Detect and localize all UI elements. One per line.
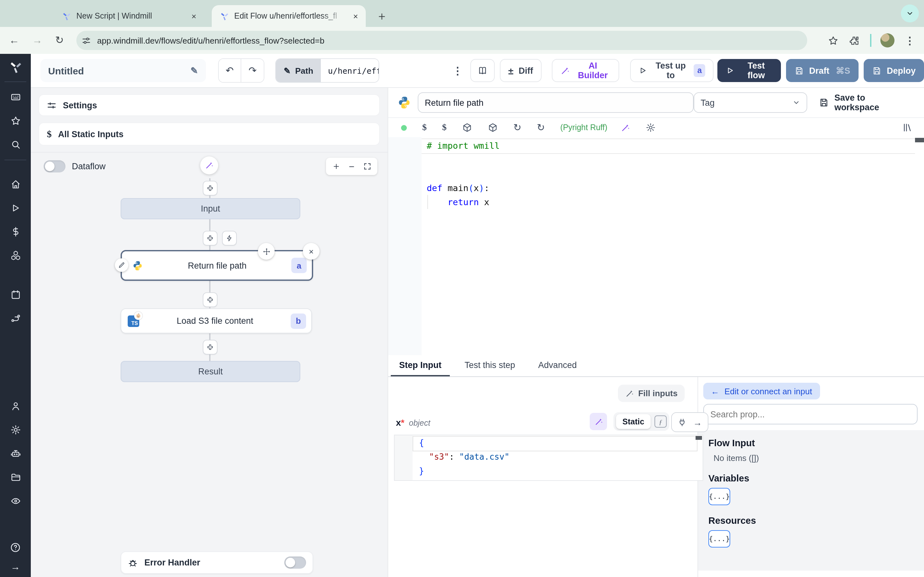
bookmark-star-icon[interactable] [828,35,838,46]
sidebar-item-favorites[interactable] [0,109,31,133]
sidebar-item-variables[interactable] [0,220,31,243]
step-node-a[interactable]: Return file path a × [121,250,313,281]
tag-select[interactable]: Tag [694,92,808,113]
sidebar-item-routes[interactable] [0,306,31,330]
package-icon[interactable] [462,122,472,133]
docs-button[interactable] [471,59,495,82]
edit-pencil-icon[interactable]: ✎ [191,65,198,76]
ai-flow-wand-button[interactable] [200,156,218,174]
flow-input-title: Flow Input [708,438,914,448]
json-editor-gutter [395,435,413,480]
resources-expand-button[interactable]: {...} [708,530,730,548]
tab-advanced[interactable]: Advanced [530,355,585,376]
sidebar-item-folders[interactable] [0,466,31,489]
back-icon[interactable]: ← [9,35,19,45]
step-name-input[interactable] [418,92,694,113]
settings-button[interactable]: Settings [39,94,380,116]
zoom-in-button[interactable]: ＋ [328,160,344,172]
path-button[interactable]: ✎ Path [276,59,321,82]
ai-fill-wand-button[interactable] [590,413,607,430]
fit-view-button[interactable] [359,162,375,171]
tab-close-icon[interactable]: × [352,11,359,21]
ai-builder-button[interactable]: AI Builder [551,59,619,82]
error-handler-toggle[interactable] [284,556,306,569]
connect-input-group[interactable]: → [671,412,708,432]
editor-scrollbar-thumb[interactable] [915,138,924,142]
reload-icon[interactable]: ↻ [513,122,521,133]
site-settings-icon[interactable] [82,35,91,45]
sidebar-item-audit-logs[interactable] [0,489,31,513]
move-step-handle[interactable] [258,243,275,259]
delete-step-button[interactable]: × [303,243,320,259]
tab-close-icon[interactable]: × [190,11,198,21]
variables-icon[interactable]: $ [422,122,427,133]
code-editor[interactable]: # import wmill def main(x): return x [388,137,924,355]
zoom-out-button[interactable]: − [344,161,359,172]
fill-inputs-button[interactable]: Fill inputs [618,385,685,402]
static-mode-button[interactable]: Static [616,414,651,429]
sidebar-item-users[interactable] [0,394,31,418]
edit-step-pencil-icon[interactable] [115,258,128,272]
javascript-expr-button[interactable]: ƒ [654,416,667,428]
result-node[interactable]: Result [121,361,300,382]
tab-test-this-step[interactable]: Test this step [456,355,523,376]
diff-button[interactable]: ± Diff [500,59,541,82]
library-panel-icon[interactable] [902,122,913,133]
deploy-button[interactable]: Deploy [864,59,924,82]
json-input-editor[interactable]: { "s3": "data.csv" } [394,435,703,481]
extensions-icon[interactable] [849,35,860,46]
tab-search-chevron-button[interactable] [901,5,919,23]
forward-icon[interactable]: → [32,35,42,45]
editor-settings-gear-icon[interactable] [645,122,656,133]
sidebar-item-workers[interactable] [0,442,31,466]
search-prop-input[interactable] [703,404,918,424]
add-step-button[interactable] [203,340,218,355]
sidebar-item-schedules[interactable] [0,283,31,306]
resources-icon[interactable]: $ [442,122,447,133]
add-step-button[interactable] [203,181,218,195]
json-scrollbar-thumb[interactable] [696,436,702,440]
reload-icon[interactable]: ↻ [537,122,545,133]
add-step-button[interactable] [203,292,218,307]
error-handler-card[interactable]: Error Handler [121,551,313,574]
expand-sidebar-icon[interactable]: → [0,559,31,573]
test-up-to-button[interactable]: Test up to a [630,59,714,82]
sidebar-item-search[interactable] [0,133,31,156]
sidebar-item-settings[interactable] [0,418,31,442]
browser-tab-edit-flow[interactable]: Edit Flow u/henri/effortless_fl × [212,5,366,27]
ai-wand-icon[interactable] [620,123,630,132]
more-options-icon[interactable]: ⋮ [453,64,463,77]
plug-icon [678,418,687,427]
edit-or-connect-button[interactable]: ← Edit or connect an input [703,383,820,400]
save-to-workspace-label: Save to workspace [835,93,909,112]
dataflow-toggle[interactable] [44,160,65,172]
input-node[interactable]: Input [121,198,300,219]
add-trigger-button[interactable] [222,231,237,245]
browser-tab-new-script[interactable]: New Script | Windmill × [54,5,204,27]
sidebar-item-apps[interactable] [0,85,31,109]
sidebar-item-runs[interactable] [0,196,31,220]
save-to-workspace-button[interactable]: Save to workspace [819,93,909,112]
profile-avatar[interactable] [880,33,895,47]
address-bar[interactable]: app.windmill.dev/flows/edit/u/henri/effo… [77,31,807,50]
sidebar-item-home[interactable] [0,172,31,196]
reload-icon[interactable]: ↻ [55,35,64,45]
tab-step-input[interactable]: Step Input [391,355,450,376]
windmill-logo[interactable] [8,60,23,74]
sidebar-item-resources[interactable] [0,243,31,268]
all-static-inputs-button[interactable]: $ All Static Inputs [39,122,380,145]
step-node-b[interactable]: TS Load S3 file content b [121,308,312,334]
help-icon[interactable] [0,535,31,559]
redo-button[interactable]: ↷ [241,59,264,82]
add-step-button[interactable] [203,231,218,245]
new-tab-button[interactable]: ＋ [376,10,388,22]
test-flow-button[interactable]: Test flow [717,59,781,82]
browser-menu-icon[interactable]: ⋮ [905,34,915,47]
draft-button[interactable]: Draft ⌘S [786,59,859,82]
path-value[interactable]: u/henri/eff [321,59,379,82]
package-icon[interactable] [488,122,498,133]
undo-button[interactable]: ↶ [218,59,241,82]
step-badge: a [694,64,705,77]
variables-expand-button[interactable]: {...} [708,488,730,505]
flow-name-field[interactable]: Untitled ✎ [40,59,206,82]
